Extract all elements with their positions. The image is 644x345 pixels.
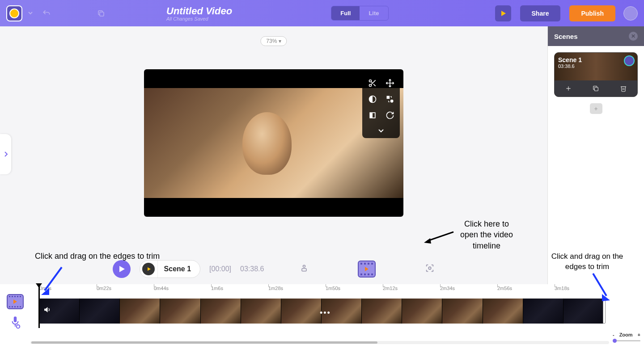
annotation-trim-left: Click and drag on the edges to trim	[35, 251, 160, 261]
adjust-icon[interactable]	[366, 94, 379, 104]
svg-line-16	[428, 232, 453, 241]
clip-thumbnail	[281, 299, 322, 324]
scene-card-time: 03:38.6	[558, 63, 634, 69]
timeline-zoom-control: - Zoom +	[609, 284, 644, 345]
preview-play-button[interactable]	[495, 5, 511, 21]
video-preview[interactable]: +	[144, 69, 403, 217]
expand-tools-icon[interactable]	[366, 126, 396, 135]
scene-duplicate-button[interactable]	[592, 85, 599, 92]
clip-volume-icon[interactable]	[43, 306, 51, 316]
clip-more-icon[interactable]: •••	[320, 308, 331, 318]
clip-thumbnail	[362, 299, 402, 324]
mode-lite-button[interactable]: Lite	[360, 6, 388, 20]
undo-button[interactable]	[38, 5, 55, 21]
expand-left-panel-button[interactable]	[0, 134, 11, 174]
play-all-button[interactable]	[113, 260, 131, 278]
scene-card-title: Scene 1	[558, 56, 634, 63]
clip-thumbnail	[80, 299, 120, 324]
svg-line-4	[373, 84, 376, 86]
timeline-track-selector	[0, 284, 30, 345]
ruler-tick: 2m56s	[497, 286, 512, 291]
svg-rect-0	[100, 12, 104, 16]
svg-rect-14	[302, 269, 306, 271]
zoom-label: Zoom	[619, 332, 633, 337]
scene-duration: 03:38.6	[240, 265, 264, 273]
zoom-out-button[interactable]: -	[613, 332, 614, 337]
current-scene-label: Scene 1	[158, 265, 200, 273]
rotate-icon[interactable]	[383, 110, 396, 120]
svg-marker-17	[424, 238, 431, 244]
audio-track-icon[interactable]	[9, 316, 21, 331]
playback-controls: Scene 1 [00:00] 03:38.6	[0, 260, 547, 278]
scenes-panel-header: Scenes ✕	[548, 26, 644, 46]
svg-line-26	[593, 273, 606, 296]
scene-delete-button[interactable]	[620, 85, 627, 92]
clip-thumbnail	[201, 299, 241, 324]
ruler-tick: 2m12s	[383, 286, 398, 291]
scene-add-button[interactable]	[565, 85, 572, 92]
annotation-open-timeline: Click here to open the video timeline	[458, 219, 516, 251]
ruler-tick: 0m22s	[97, 286, 111, 291]
clip-thumbnail	[442, 299, 483, 324]
zoom-level-dropdown[interactable]: 73% ▾	[260, 36, 287, 46]
ruler-tick: 2m34s	[440, 286, 455, 291]
clip-thumbnail	[241, 299, 281, 324]
app-logo[interactable]	[6, 5, 22, 21]
ruler-tick: 0m44s	[154, 286, 169, 291]
scene-selector[interactable]: Scene 1	[140, 260, 200, 278]
scene-card[interactable]: Scene 1 03:38.6	[554, 52, 638, 97]
project-menu-dropdown[interactable]	[26, 8, 35, 19]
ruler-tick: 1m6s	[211, 286, 223, 291]
clip-thumbnail	[120, 299, 160, 324]
clip-thumbnail	[483, 299, 523, 324]
focus-icon[interactable]	[425, 263, 435, 275]
cut-icon[interactable]	[366, 78, 379, 88]
canvas-area: 73% ▾ + Scene 1 [00:00] 03:38.6	[0, 26, 547, 284]
add-scene-button[interactable]: +	[590, 103, 602, 114]
svg-rect-12	[370, 113, 373, 118]
close-scenes-panel-button[interactable]: ✕	[629, 32, 638, 41]
publish-button[interactable]: Publish	[569, 5, 615, 21]
open-timeline-button[interactable]	[358, 261, 376, 278]
timeline-panel: 0m0s 0m22s 0m44s 1m6s 1m28s 1m50s 2m12s …	[0, 284, 644, 345]
element-tool-panel	[362, 75, 400, 138]
mask-icon[interactable]	[366, 110, 379, 120]
project-title[interactable]: Untitled Video	[166, 5, 232, 17]
project-title-block: Untitled Video All Changes Saved	[166, 5, 232, 21]
annotation-trim-right: Click and drag on the edges to trim	[549, 252, 625, 272]
timeline-ruler[interactable]: 0m0s 0m22s 0m44s 1m6s 1m28s 1m50s 2m12s …	[30, 284, 609, 293]
user-avatar[interactable]	[623, 6, 638, 21]
clip-thumbnail	[402, 299, 442, 324]
svg-rect-9	[386, 96, 390, 99]
playhead-time: [00:00]	[209, 265, 231, 273]
svg-rect-21	[14, 316, 17, 322]
clip-thumbnail	[523, 299, 564, 324]
play-scene-button[interactable]	[140, 260, 158, 278]
clip-thumbnail	[160, 299, 200, 324]
share-button[interactable]: Share	[520, 5, 561, 21]
svg-point-23	[17, 325, 20, 328]
svg-rect-20	[595, 87, 598, 91]
move-icon[interactable]	[383, 78, 396, 88]
copy-button[interactable]	[93, 5, 109, 21]
mode-full-button[interactable]: Full	[331, 6, 360, 20]
layers-icon[interactable]	[300, 263, 309, 275]
timeline-scrollbar[interactable]	[30, 341, 609, 344]
zoom-slider[interactable]	[613, 340, 640, 341]
swap-icon[interactable]	[383, 94, 396, 104]
scenes-panel: Scenes ✕ Scene 1 03:38.6 +	[547, 26, 644, 284]
video-track-icon[interactable]	[7, 294, 24, 309]
svg-line-24	[45, 267, 62, 290]
svg-point-13	[303, 265, 305, 267]
app-header: Untitled Video All Changes Saved Full Li…	[0, 0, 644, 26]
svg-point-2	[369, 84, 371, 87]
zoom-in-button[interactable]: +	[638, 332, 640, 337]
ruler-tick: 1m28s	[268, 286, 283, 291]
svg-line-5	[371, 82, 372, 83]
ruler-tick: 1m50s	[326, 286, 340, 291]
scenes-heading: Scenes	[554, 33, 578, 40]
arrow-to-timeline-icon	[423, 231, 454, 244]
timeline-main[interactable]: 0m0s 0m22s 0m44s 1m6s 1m28s 1m50s 2m12s …	[30, 284, 609, 345]
svg-point-10	[390, 100, 393, 103]
scene-card-avatar-icon	[624, 55, 635, 66]
